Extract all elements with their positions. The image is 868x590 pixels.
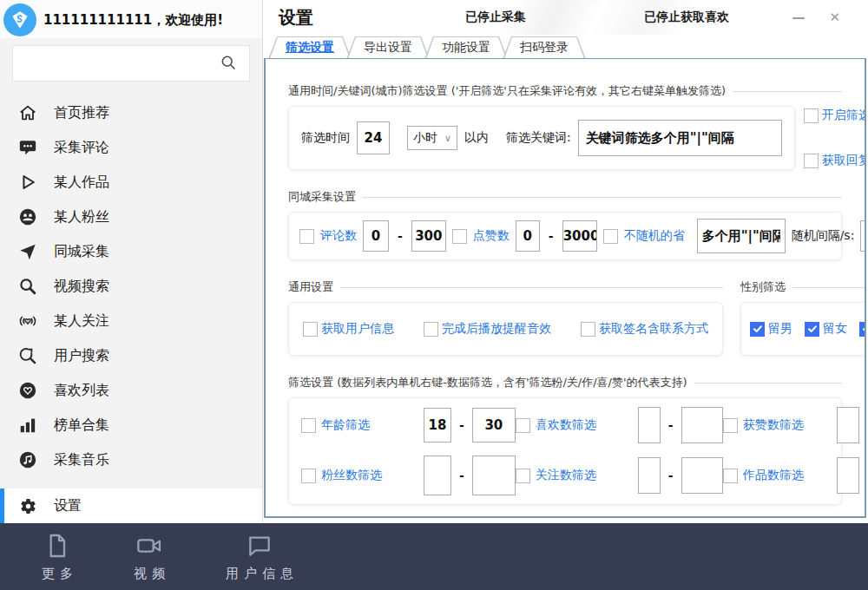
like-max-input[interactable] (562, 220, 597, 252)
range-separator: - (865, 418, 866, 432)
sidebar-item-home[interactable]: 首页推荐 (0, 95, 262, 130)
bottombar-item-label: 视频 (128, 566, 170, 582)
minimize-button[interactable]: — (779, 10, 817, 25)
group-legend: 筛选设置 (数据列表内单机右键-数据筛选，含有'筛选粉/关/作/喜/赞'的代表支… (288, 375, 687, 390)
enable-filter-checkbox[interactable] (804, 108, 819, 123)
time-unit-select[interactable]: 小时 ∨ (407, 126, 457, 150)
works-min-input[interactable] (837, 457, 859, 494)
like-count-checkbox[interactable] (452, 229, 467, 244)
sidebar-item-rankings[interactable]: 榜单合集 (0, 408, 262, 442)
keep-male-option: 留男 (750, 321, 792, 337)
bottombar-item-label: 用户信息 (220, 566, 299, 582)
welcome-text: 111111111111，欢迎使用! (43, 12, 223, 29)
sidebar-item-settings[interactable]: 设置 (0, 488, 262, 523)
keep-other-option: 其它 (859, 321, 866, 337)
received-likes-filter-checkbox[interactable] (723, 418, 738, 433)
filter-time-label: 筛选时间 (301, 130, 350, 146)
received-likes-min-input[interactable] (837, 407, 859, 443)
sidebar-item-works[interactable]: 某人作品 (0, 165, 262, 200)
filter-keyword-input[interactable] (578, 120, 782, 156)
sidebar-item-likes-list[interactable]: 喜欢列表 (0, 373, 262, 408)
get-user-info-checkbox[interactable] (303, 322, 318, 337)
following-max-input[interactable] (681, 457, 723, 494)
works-filter-label: 作品数筛选 (743, 468, 804, 483)
tab-qr-login[interactable]: 扫码登录 (503, 36, 586, 59)
tab-function-settings[interactable]: 功能设置 (424, 36, 508, 59)
range-separator: - (865, 469, 866, 482)
bottombar-item-more[interactable]: 更多 (36, 532, 78, 582)
group-general-settings: 通用设置 获取用户信息 完成后播放提醒音效 获取签名含联系方式 (288, 279, 723, 356)
sidebar-item-label: 榜单合集 (54, 416, 109, 435)
sidebar-item-label: 采集评论 (54, 139, 109, 157)
received-likes-filter-label: 获赞数筛选 (743, 417, 804, 433)
likes-min-input[interactable] (638, 407, 661, 443)
keep-male-checkbox[interactable] (750, 322, 765, 337)
fans-icon (17, 206, 38, 227)
comment-count-checkbox[interactable] (299, 229, 314, 244)
close-button[interactable]: ✕ (817, 10, 852, 25)
play-sound-checkbox[interactable] (424, 322, 438, 337)
filter-time-input[interactable] (357, 121, 390, 154)
keep-female-checkbox[interactable] (805, 322, 819, 337)
legend-line (363, 197, 842, 198)
sidebar-item-city-collect[interactable]: 同城采集 (0, 234, 262, 269)
fans-min-input[interactable] (424, 456, 451, 495)
fans-max-input[interactable] (472, 456, 516, 495)
like-min-input[interactable] (516, 220, 540, 252)
group-legend: 通用时间/关键词(城市)筛选设置 ('开启筛选'只在采集评论有效，其它右键菜单触… (288, 83, 726, 99)
legend-line (792, 287, 866, 288)
legend-line (694, 383, 842, 384)
keep-other-checkbox[interactable] (859, 322, 866, 337)
play-sound-label: 完成后播放提醒音效 (442, 321, 551, 337)
home-icon (17, 102, 38, 123)
sidebar-item-follows[interactable]: 某人关注 (0, 304, 262, 338)
following-min-input[interactable] (638, 457, 661, 494)
group-legend-row: 性别筛选 (740, 279, 866, 295)
filter-settings-card: 年龄筛选 - 喜欢数筛选 - (288, 397, 842, 505)
general-filter-side: 开启筛选 获取回复 (804, 106, 866, 170)
sidebar-item-comments[interactable]: 采集评论 (0, 130, 262, 165)
sidebar-item-video-search[interactable]: 视频搜索 (0, 269, 262, 304)
sidebar-menu: 首页推荐 采集评论 某人作品 某人粉丝 同城采集 视频搜索 某人关注 用户搜索 (0, 95, 262, 477)
page-title: 设置 (279, 6, 313, 30)
age-min-input[interactable] (424, 408, 451, 442)
random-interval-input[interactable] (860, 220, 866, 252)
works-filter-checkbox[interactable] (723, 469, 738, 483)
following-filter-label: 关注数筛选 (536, 468, 596, 483)
sidebar-item-user-search[interactable]: 用户搜索 (0, 338, 262, 373)
signature-contact-checkbox[interactable] (581, 322, 595, 337)
keep-male-label: 留男 (768, 321, 792, 337)
sidebar-item-music[interactable]: 采集音乐 (0, 442, 262, 477)
comment-min-input[interactable] (363, 220, 389, 252)
sidebar-search-box[interactable] (12, 45, 250, 82)
fans-filter-label: 粉丝数筛选 (321, 468, 382, 483)
file-icon (43, 532, 71, 562)
tab-export-settings[interactable]: 导出设置 (346, 36, 430, 59)
tab-bar: 筛选设置 导出设置 功能设置 扫码登录 (263, 35, 868, 59)
bottombar-item-user-info[interactable]: 用户信息 (220, 532, 299, 582)
likes-filter-checkbox[interactable] (516, 418, 530, 433)
user-search-icon (17, 345, 38, 366)
random-interval-label: 随机间隔/s: (792, 228, 855, 244)
get-reply-checkbox[interactable] (804, 154, 819, 168)
age-filter-checkbox[interactable] (301, 418, 316, 433)
tab-filter-settings[interactable]: 筛选设置 (268, 36, 352, 59)
no-random-province-checkbox[interactable] (603, 229, 618, 244)
sidebar-item-fans[interactable]: 某人粉丝 (0, 200, 262, 234)
comment-max-input[interactable] (411, 220, 446, 252)
fans-filter-checkbox[interactable] (301, 469, 316, 483)
bottombar-item-video[interactable]: 视频 (128, 532, 170, 582)
sidebar-item-label: 首页推荐 (54, 104, 109, 122)
likes-filter-item: 喜欢数筛选 - (516, 407, 723, 443)
search-input[interactable] (25, 46, 220, 81)
province-list-input[interactable] (697, 219, 786, 253)
likes-max-input[interactable] (681, 407, 723, 443)
following-filter-checkbox[interactable] (516, 469, 530, 483)
search-icon (17, 276, 38, 297)
broadcast-heart-icon (17, 311, 38, 331)
age-max-input[interactable] (472, 408, 516, 442)
search-icon[interactable] (220, 54, 237, 74)
general-filter-card: 筛选时间 小时 ∨ 以内 筛选关键词: (288, 106, 795, 170)
location-arrow-icon (17, 241, 38, 262)
bottom-toolbar: 更多 视频 用户信息 (0, 523, 868, 590)
